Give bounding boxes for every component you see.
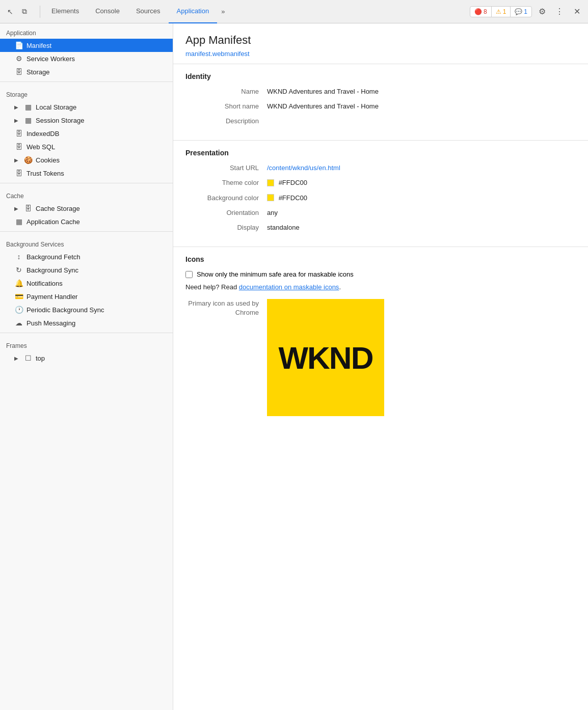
icon-label-line2: Chrome [185, 308, 259, 317]
layers-icon[interactable]: ⧉ [18, 6, 31, 18]
sidebar-item-trust-tokens[interactable]: 🗄 Trust Tokens [0, 167, 173, 180]
manifest-link[interactable]: manifest.webmanifest [185, 50, 250, 58]
sidebar-item-app-cache[interactable]: ▦ Application Cache [0, 215, 173, 228]
icon-label-line1: Primary icon as used by [185, 299, 259, 308]
sidebar-divider-3 [0, 231, 173, 232]
sidebar-item-payment-handler[interactable]: 💳 Payment Handler [0, 290, 173, 303]
sidebar-item-cookies[interactable]: ▶ 🍪 Cookies [0, 153, 173, 167]
more-button[interactable]: ⋮ [552, 5, 567, 19]
help-text: Need help? Read documentation on maskabl… [185, 283, 576, 291]
bg-color-row: Background color #FFDC00 [185, 194, 576, 202]
more-tabs-button[interactable]: » [217, 0, 229, 23]
sidebar-item-push-messaging[interactable]: ☁ Push Messaging [0, 316, 173, 330]
sidebar-item-label: IndexedDB [26, 130, 59, 138]
start-url-row: Start URL /content/wknd/us/en.html [185, 164, 576, 172]
toolbar-tabs: Elements Console Sources Application » [43, 0, 470, 23]
expand-arrow-icon: ▶ [14, 104, 20, 110]
expand-arrow-icon: ▶ [14, 118, 20, 123]
tab-sources[interactable]: Sources [128, 0, 169, 23]
identity-section: Identity Name WKND Adventures and Travel… [173, 64, 588, 141]
badge-group: 🔴 8 ⚠ 1 💬 1 [470, 6, 532, 17]
sidebar-item-web-sql[interactable]: 🗄 Web SQL [0, 140, 173, 153]
short-name-row: Short name WKND Adventures and Travel - … [185, 102, 576, 110]
sidebar-item-storage[interactable]: 🗄 Storage [0, 65, 173, 78]
cookies-icon: 🍪 [23, 156, 33, 164]
payment-handler-icon: 💳 [14, 292, 23, 301]
info-badge[interactable]: 💬 1 [511, 7, 531, 17]
maskable-checkbox-label: Show only the minimum safe area for mask… [197, 270, 354, 278]
sidebar-item-manifest[interactable]: 📄 Manifest [0, 39, 173, 52]
orientation-value: any [267, 209, 278, 216]
sidebar-divider-1 [0, 81, 173, 82]
sidebar-item-cache-storage[interactable]: ▶ 🗄 Cache Storage [0, 202, 173, 215]
storage-icon: 🗄 [14, 68, 23, 76]
icon-preview-row: Primary icon as used by Chrome WKND [185, 299, 576, 416]
expand-arrow-icon: ▶ [14, 157, 20, 163]
display-value: standalone [267, 224, 300, 231]
sidebar-item-top[interactable]: ▶ ☐ top [0, 351, 173, 365]
sidebar-item-label: Manifest [26, 42, 51, 49]
session-storage-icon: ▦ [23, 116, 33, 124]
push-messaging-icon: ☁ [14, 319, 23, 327]
description-row: Description [185, 117, 576, 125]
short-name-label: Short name [185, 102, 267, 110]
icons-section-title: Icons [185, 255, 576, 263]
sidebar-item-service-workers[interactable]: ⚙ Service Workers [0, 52, 173, 65]
icons-section: Icons Show only the minimum safe area fo… [173, 247, 588, 424]
toolbar-divider [40, 6, 40, 18]
settings-button[interactable]: ⚙ [535, 5, 549, 19]
close-button[interactable]: ✕ [570, 5, 584, 19]
sidebar-divider-4 [0, 333, 173, 333]
tab-elements[interactable]: Elements [43, 0, 87, 23]
cache-section-title: Cache [0, 186, 173, 202]
tab-console[interactable]: Console [87, 0, 128, 23]
cursor-icon[interactable]: ↖ [4, 6, 16, 18]
toolbar: ↖ ⧉ Elements Console Sources Application… [0, 0, 588, 23]
help-text-post: . [339, 283, 341, 291]
help-text-link[interactable]: documentation on maskable icons [239, 283, 339, 291]
sidebar-item-bg-fetch[interactable]: ↕ Background Fetch [0, 250, 173, 263]
sidebar-item-label: Background Fetch [26, 253, 81, 261]
description-label: Description [185, 117, 267, 125]
sidebar-item-label: Storage [26, 68, 50, 76]
local-storage-icon: ▦ [23, 103, 33, 111]
display-row: Display standalone [185, 224, 576, 231]
bg-color-label: Background color [185, 194, 267, 202]
warn-count: 1 [503, 8, 506, 15]
bg-sync-icon: ↻ [14, 266, 23, 274]
sidebar-item-label: Payment Handler [26, 293, 77, 301]
sidebar-item-notifications[interactable]: 🔔 Notifications [0, 277, 173, 290]
cache-storage-icon: 🗄 [23, 204, 33, 212]
icon-preview-image: WKND [267, 299, 384, 416]
sidebar-item-periodic-bg-sync[interactable]: 🕐 Periodic Background Sync [0, 303, 173, 316]
sidebar-item-label: Periodic Background Sync [26, 306, 104, 314]
sidebar-item-session-storage[interactable]: ▶ ▦ Session Storage [0, 114, 173, 127]
expand-arrow-icon: ▶ [14, 356, 20, 361]
sidebar-item-bg-sync[interactable]: ↻ Background Sync [0, 263, 173, 277]
presentation-section-title: Presentation [185, 149, 576, 157]
sidebar-item-local-storage[interactable]: ▶ ▦ Local Storage [0, 100, 173, 114]
orientation-row: Orientation any [185, 209, 576, 216]
manifest-icon: 📄 [14, 41, 23, 49]
maskable-checkbox[interactable] [185, 271, 193, 278]
service-workers-icon: ⚙ [14, 54, 23, 63]
frames-section-title: Frames [0, 336, 173, 351]
sidebar-item-label: Notifications [26, 280, 63, 287]
bg-fetch-icon: ↕ [14, 253, 23, 261]
error-badge[interactable]: 🔴 8 [470, 7, 492, 17]
sidebar-item-label: Web SQL [26, 143, 55, 151]
theme-color-value: #FFDC00 [267, 179, 307, 187]
main-layout: Application 📄 Manifest ⚙ Service Workers… [0, 23, 588, 710]
warn-badge[interactable]: ⚠ 1 [492, 7, 511, 17]
tab-application[interactable]: Application [169, 0, 218, 23]
sidebar-item-label: Application Cache [26, 218, 80, 226]
toolbar-right: 🔴 8 ⚠ 1 💬 1 ⚙ ⋮ ✕ [470, 5, 584, 19]
sidebar-item-indexeddb[interactable]: 🗄 IndexedDB [0, 127, 173, 140]
sidebar-item-label: Local Storage [36, 103, 76, 111]
theme-color-swatch [267, 179, 274, 186]
start-url-value[interactable]: /content/wknd/us/en.html [267, 164, 340, 172]
sidebar-item-label: Session Storage [36, 117, 84, 124]
frame-icon: ☐ [23, 354, 33, 362]
identity-section-title: Identity [185, 72, 576, 80]
sidebar-item-label: Cookies [36, 156, 60, 164]
